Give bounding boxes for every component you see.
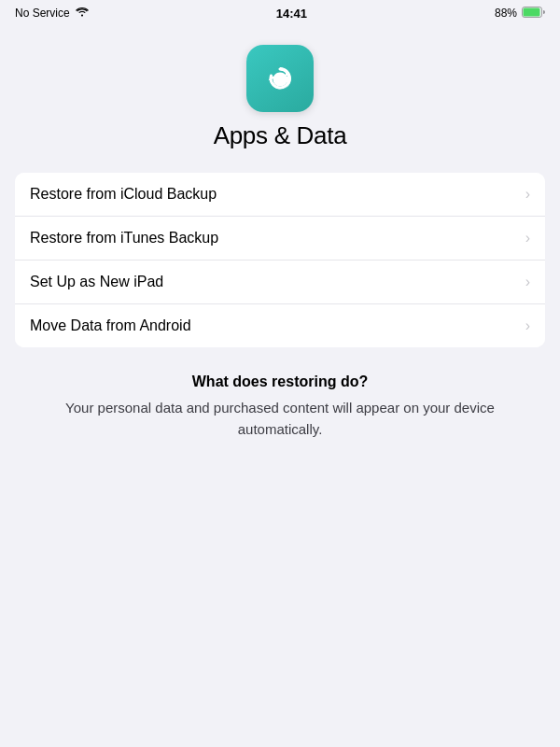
apps-data-icon: [246, 45, 314, 112]
status-left: No Service: [15, 7, 89, 20]
menu-item-new-ipad-label: Set Up as New iPad: [30, 274, 163, 290]
chevron-icon-itunes: ›: [525, 230, 530, 247]
time-display: 14:41: [276, 7, 307, 21]
chevron-icon-new-ipad: ›: [525, 274, 530, 290]
menu-item-itunes-label: Restore from iTunes Backup: [30, 230, 218, 247]
menu-item-android[interactable]: Move Data from Android ›: [15, 304, 545, 347]
status-right: 88%: [495, 7, 545, 21]
menu-item-itunes[interactable]: Restore from iTunes Backup ›: [15, 217, 545, 261]
svg-rect-1: [524, 7, 540, 16]
wifi-icon: [76, 7, 89, 20]
info-title: What does restoring do?: [34, 374, 526, 390]
info-body: Your personal data and purchased content…: [34, 398, 526, 440]
carrier-label: No Service: [15, 7, 70, 20]
menu-item-new-ipad[interactable]: Set Up as New iPad ›: [15, 261, 545, 304]
main-content: Apps & Data Restore from iCloud Backup ›…: [0, 26, 560, 440]
menu-item-icloud-label: Restore from iCloud Backup: [30, 186, 217, 203]
chevron-icon-android: ›: [525, 317, 530, 334]
chevron-icon-icloud: ›: [525, 186, 530, 203]
menu-item-icloud[interactable]: Restore from iCloud Backup ›: [15, 173, 545, 217]
battery-icon: [522, 7, 545, 21]
menu-list: Restore from iCloud Backup › Restore fro…: [15, 173, 545, 347]
menu-item-android-label: Move Data from Android: [30, 317, 191, 334]
status-bar: No Service 14:41 88%: [0, 0, 560, 26]
info-section: What does restoring do? Your personal da…: [15, 374, 545, 440]
app-icon-container: Apps & Data: [214, 45, 347, 150]
battery-percentage: 88%: [495, 7, 517, 20]
app-title: Apps & Data: [214, 121, 347, 150]
